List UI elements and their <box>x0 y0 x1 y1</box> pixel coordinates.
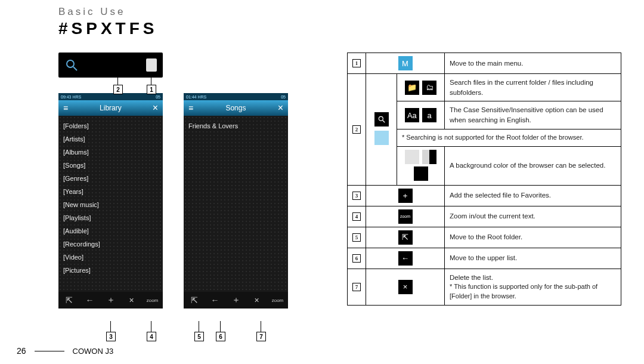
list-item: Friends & Lovers <box>188 119 283 132</box>
back-icon: ← <box>82 295 98 305</box>
screen-title-bar: ≡ Songs × <box>184 100 288 116</box>
table-row: 7 × Delete the list. * This function is … <box>348 269 621 306</box>
screen-title: Library <box>100 104 122 112</box>
status-bar: 01:44 HRS 05 <box>184 93 288 100</box>
list-item: [Recordings] <box>63 237 158 251</box>
delete-icon: × <box>249 295 265 305</box>
list-item: [Video] <box>63 251 158 264</box>
callout-4: 4 <box>147 332 156 341</box>
callout-lead <box>220 321 221 332</box>
product-name: COWON J3 <box>73 347 114 356</box>
callout-lead <box>151 321 151 332</box>
ref-desc: Move to the main menu. <box>445 53 621 74</box>
callout-lead <box>199 321 199 332</box>
add-favorite-icon: ＋ <box>398 189 413 203</box>
callout-7: 7 <box>256 332 266 341</box>
page-theme-icon <box>146 58 157 72</box>
reference-table: 1 M Move to the main menu. 2 📁 🗂 Search … <box>347 53 621 306</box>
list-item: [Audible] <box>63 224 158 237</box>
list-item: [Years] <box>63 185 158 198</box>
list-item: [Pictures] <box>63 264 158 277</box>
section-label: Basic Use <box>58 6 157 18</box>
ref-number: 2 <box>352 125 361 134</box>
callout-lead <box>117 76 118 85</box>
folder-search-icon: 📁 <box>405 81 419 95</box>
main-menu-icon: M <box>398 56 413 70</box>
list-item: [Folders] <box>63 119 158 132</box>
bg-split-icon <box>422 150 436 164</box>
svg-point-2 <box>379 117 383 121</box>
root-icon: ⇱ <box>187 295 202 305</box>
screen-title-bar: ≡ Library × <box>58 100 163 116</box>
screen-title: Songs <box>225 104 246 112</box>
table-row: 1 M Move to the main menu. <box>348 53 621 74</box>
svg-point-0 <box>67 60 74 67</box>
device-toolbar: ⇱ ← ＋ × zoom <box>58 292 163 309</box>
add-favorite-icon: ＋ <box>103 295 119 306</box>
status-vol: 05 <box>156 95 160 99</box>
bg-dark-icon <box>414 166 428 181</box>
search-icon <box>64 58 79 72</box>
list-item: [Albums] <box>63 146 158 159</box>
page-title: #SPXTFS <box>58 19 157 38</box>
table-row: 2 📁 🗂 Search files in the current folder… <box>348 74 621 101</box>
ref-note: * Searching is not supported for the Roo… <box>397 129 621 146</box>
case-insensitive-icon: a <box>422 108 436 122</box>
list-item: [Songs] <box>63 159 158 172</box>
subfolder-search-icon: 🗂 <box>422 81 436 95</box>
callout-5: 5 <box>194 332 204 341</box>
callout-1: 1 <box>147 85 156 94</box>
callout-3: 3 <box>106 332 116 341</box>
delete-icon: × <box>398 280 413 294</box>
ref-desc: A background color of the browser can be… <box>445 146 621 185</box>
callout-lead <box>261 321 261 332</box>
status-time: 09:43 HRS <box>61 95 81 99</box>
zoom-icon: zoom <box>145 298 160 303</box>
ref-number: 7 <box>352 283 361 291</box>
callout-lead <box>110 321 111 332</box>
ref-desc: Search files in the current folder / fil… <box>445 74 621 101</box>
ref-number: 6 <box>352 254 361 263</box>
callout-lead <box>151 76 151 85</box>
ref-desc: The Case Sensitive/Insensitive option ca… <box>445 101 621 129</box>
callout-6: 6 <box>216 332 225 341</box>
zoom-icon: zoom <box>398 209 413 224</box>
ref-desc: Move to the Root folder. <box>445 227 621 248</box>
svg-line-3 <box>382 121 385 123</box>
page-header: Basic Use #SPXTFS <box>58 6 157 38</box>
zoom-icon: zoom <box>270 298 286 303</box>
svg-line-1 <box>73 67 77 70</box>
ref-desc: Add the selected file to Favorites. <box>445 185 621 206</box>
page-number: 26 <box>17 346 26 356</box>
bg-light-icon <box>405 150 419 164</box>
menu-icon: ≡ <box>188 103 194 113</box>
status-vol: 05 <box>281 95 286 99</box>
add-favorite-icon: ＋ <box>228 295 244 306</box>
list-item: [New music] <box>63 198 158 211</box>
list-item: [Artists] <box>63 132 158 146</box>
back-icon: ← <box>208 295 223 305</box>
ref-number: 1 <box>352 59 361 67</box>
screen-body: [Folders] [Artists] [Albums] [Songs] [Ge… <box>58 116 163 292</box>
list-item: [Playlists] <box>63 211 158 224</box>
ref-desc: Move to the upper list. <box>445 248 621 269</box>
search-bar <box>58 53 163 78</box>
callout-2: 2 <box>113 85 123 94</box>
page-footer: 26 COWON J3 <box>17 346 113 356</box>
ref-number: 5 <box>352 233 361 242</box>
ref-desc: Zoom in/out the current text. <box>445 206 621 227</box>
device-2: 01:44 HRS 05 ≡ Songs × Friends & Lovers … <box>184 93 288 309</box>
page-theme-icon <box>374 131 389 145</box>
ref-number: 3 <box>352 192 361 200</box>
table-row: 4 zoom Zoom in/out the current text. <box>348 206 621 227</box>
root-icon: ⇱ <box>398 230 413 245</box>
status-time: 01:44 HRS <box>186 95 206 99</box>
menu-icon: ≡ <box>63 103 69 113</box>
table-row: 5 ⇱ Move to the Root folder. <box>348 227 621 248</box>
ref-desc: Delete the list. <box>450 273 616 283</box>
device-toolbar: ⇱ ← ＋ × zoom <box>184 292 288 309</box>
case-sensitive-icon: Aa <box>405 108 419 122</box>
footer-divider <box>35 351 64 351</box>
screen-body: Friends & Lovers <box>184 116 288 292</box>
back-icon: ← <box>398 251 413 266</box>
